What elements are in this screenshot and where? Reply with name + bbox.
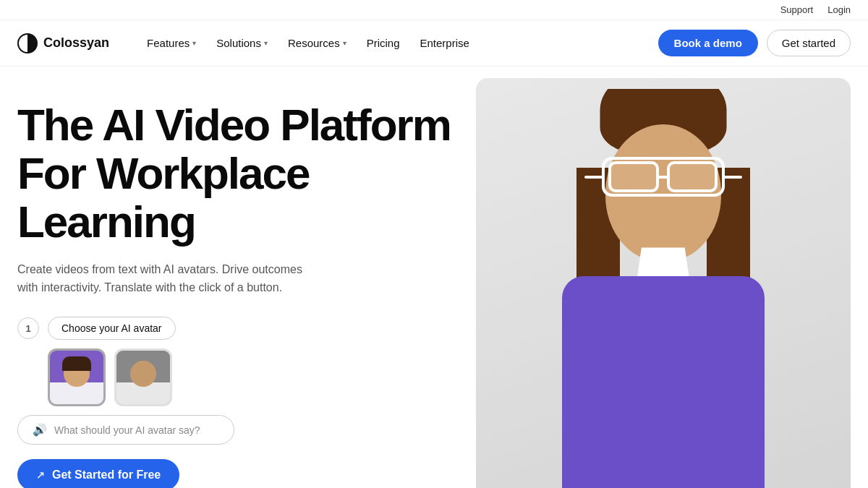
nav-item-enterprise[interactable]: Enterprise [412, 31, 478, 55]
step-block: 1 Choose your AI avatar 🔊 What should yo… [17, 317, 453, 445]
glasses-lens-right [667, 161, 718, 192]
hero-section: The AI Video Platform For Workplace Lear… [0, 67, 868, 488]
hero-subtitle: Create videos from text with AI avatars.… [17, 261, 321, 297]
avatar-say-input[interactable]: 🔊 What should your AI avatar say? [17, 415, 234, 445]
nav-item-resources[interactable]: Resources ▾ [279, 31, 355, 55]
logo-icon [17, 33, 38, 53]
chevron-down-icon: ▾ [343, 39, 346, 47]
get-started-free-button[interactable]: ↗ Get Started for Free [17, 459, 179, 488]
nav-links: Features ▾ Solutions ▾ Resources ▾ Prici… [138, 31, 658, 55]
logo-text: Colossyan [43, 35, 109, 51]
top-utility-bar: Support Login [0, 0, 868, 20]
avatar-card-female[interactable] [48, 348, 106, 406]
cta-block: ↗ Get Started for Free No sign up requir… [17, 459, 453, 488]
chevron-down-icon: ▾ [264, 39, 268, 47]
hero-sweater [562, 276, 765, 488]
step-number: 1 [17, 317, 39, 339]
book-demo-button[interactable]: Book a demo [658, 30, 758, 56]
speaker-icon: 🔊 [33, 423, 47, 437]
avatar-say-placeholder: What should your AI avatar say? [54, 424, 200, 436]
glasses-bridge [658, 176, 669, 179]
nav-item-pricing[interactable]: Pricing [358, 31, 409, 55]
external-link-icon: ↗ [36, 469, 45, 481]
hero-person-figure [476, 89, 851, 488]
step-label: Choose your AI avatar [48, 317, 176, 340]
avatars-row [48, 348, 453, 406]
avatar-male-image [116, 351, 170, 404]
hero-glasses [602, 157, 725, 197]
avatar-female-image [50, 351, 103, 404]
glasses-lens-left [608, 161, 659, 192]
avatar-card-male[interactable] [114, 348, 172, 406]
hero-right [476, 67, 851, 488]
chevron-down-icon: ▾ [192, 39, 196, 47]
support-link[interactable]: Support [780, 4, 814, 15]
nav-item-solutions[interactable]: Solutions ▾ [208, 31, 276, 55]
nav-cta: Book a demo Get started [658, 30, 851, 56]
get-started-nav-button[interactable]: Get started [767, 30, 851, 56]
login-link[interactable]: Login [827, 4, 851, 15]
hero-title: The AI Video Platform For Workplace Lear… [17, 101, 453, 247]
main-navbar: Colossyan Features ▾ Solutions ▾ Resourc… [0, 20, 868, 67]
nav-item-features[interactable]: Features ▾ [138, 31, 205, 55]
step-row-1: 1 Choose your AI avatar [17, 317, 453, 340]
logo[interactable]: Colossyan [17, 33, 109, 53]
hero-left: The AI Video Platform For Workplace Lear… [17, 67, 476, 488]
